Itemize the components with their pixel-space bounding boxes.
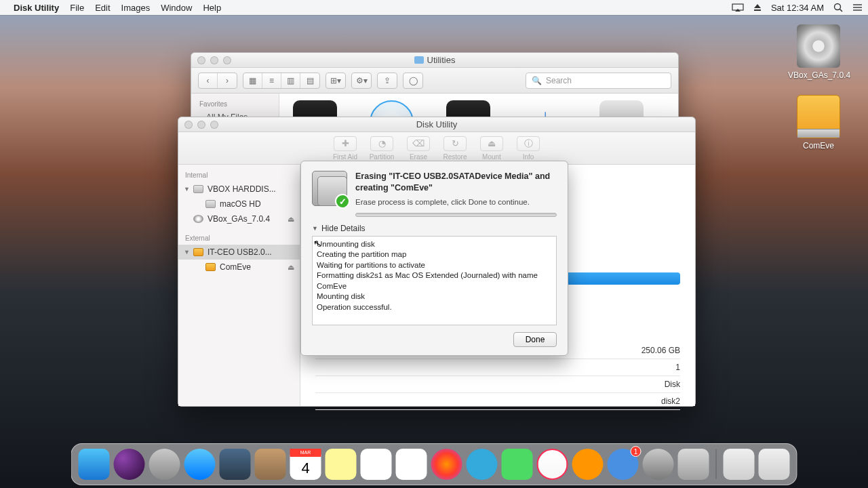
- sidebar-internal-header: Internal: [178, 169, 300, 182]
- sidebar-external-header: External: [178, 232, 300, 245]
- du-titlebar[interactable]: Disk Utility: [178, 117, 695, 132]
- disclosure-triangle[interactable]: ▼: [184, 186, 190, 192]
- desktop-drive[interactable]: ComEve: [788, 95, 849, 150]
- finder-toolbar: ‹› ▦≡▥▤ ⊞▾ ⚙▾ ⇪ ◯ 🔍Search: [191, 68, 678, 94]
- zoom-button[interactable]: [223, 56, 231, 64]
- close-button[interactable]: [197, 56, 205, 64]
- table-row: 1: [315, 359, 680, 376]
- minimize-button[interactable]: [210, 56, 218, 64]
- eject-icon[interactable]: ⏏: [288, 263, 294, 272]
- dock-disk-utility[interactable]: [678, 449, 709, 480]
- hdd-icon: [205, 200, 216, 208]
- toolbar-first-aid[interactable]: ✚First Aid: [328, 136, 362, 161]
- sidebar-itceo-usb[interactable]: ▼IT-CEO USB2.0...: [178, 245, 300, 260]
- sidebar-vbox-harddisk[interactable]: ▼VBOX HARDDIS...: [178, 182, 300, 197]
- dock-siri[interactable]: [114, 449, 145, 480]
- du-sidebar: Internal ▼VBOX HARDDIS... macOS HD VBox_…: [178, 165, 300, 406]
- log-line: Mounting disk: [317, 291, 552, 302]
- dock-safari[interactable]: [184, 449, 216, 480]
- arrange-button[interactable]: ⊞▾: [326, 73, 346, 89]
- hdd-icon: [193, 185, 203, 193]
- du-toolbar: ✚First Aid ◔Partition ⌫Erase ↻Restore ⏏M…: [178, 132, 695, 165]
- menu-file[interactable]: File: [70, 3, 84, 13]
- forward-button[interactable]: ›: [218, 73, 237, 88]
- dock-preferences[interactable]: [643, 449, 674, 480]
- toolbar-mount[interactable]: ⏏Mount: [475, 136, 509, 161]
- modal-title: Erasing "IT-CEO USB2.0SATADevice Media" …: [355, 171, 557, 194]
- back-button[interactable]: ‹: [199, 73, 218, 88]
- dock-finder[interactable]: [79, 449, 110, 480]
- dock-calendar[interactable]: MAR4: [290, 449, 321, 480]
- search-icon: 🔍: [532, 76, 542, 85]
- toolbar-info[interactable]: ⓘInfo: [511, 136, 545, 161]
- menubar-clock[interactable]: Sat 12:34 AM: [771, 3, 824, 13]
- coverflow-view[interactable]: ▤: [300, 73, 319, 88]
- view-buttons[interactable]: ▦≡▥▤: [243, 73, 320, 89]
- external-hdd-icon: [205, 263, 216, 271]
- app-menu[interactable]: Disk Utility: [14, 3, 59, 13]
- menu-images[interactable]: Images: [121, 3, 151, 13]
- done-button[interactable]: Done: [513, 332, 557, 347]
- sidebar-vbox-gas[interactable]: VBox_GAs_7.0.4⏏: [178, 211, 300, 226]
- sidebar-macos-hd[interactable]: macOS HD: [178, 197, 300, 211]
- checkmark-icon: ✓: [335, 194, 350, 209]
- menu-window[interactable]: Window: [161, 3, 192, 13]
- desktop-disc-label: VBox_GAs_7.0.4: [788, 70, 849, 80]
- dock-reminders[interactable]: [361, 449, 392, 480]
- nav-buttons[interactable]: ‹›: [198, 73, 237, 89]
- dock-facetime[interactable]: [502, 449, 533, 480]
- dock-ibooks[interactable]: [572, 449, 604, 480]
- desktop-disc[interactable]: VBox_GAs_7.0.4: [788, 24, 849, 80]
- eject-icon[interactable]: ⏏: [288, 215, 294, 224]
- close-button[interactable]: [184, 121, 193, 129]
- dock-appstore[interactable]: 1: [608, 449, 639, 480]
- svg-point-4: [835, 4, 841, 10]
- dock-messages[interactable]: [467, 449, 498, 480]
- dock-mail[interactable]: [220, 449, 251, 480]
- disk-success-icon: ✓: [312, 171, 347, 206]
- sidebar-comeve[interactable]: ComEve⏏: [178, 260, 300, 274]
- list-view[interactable]: ≡: [262, 73, 281, 88]
- column-view[interactable]: ▥: [281, 73, 300, 88]
- toolbar-restore[interactable]: ↻Restore: [438, 136, 472, 161]
- zoom-button[interactable]: [210, 121, 218, 129]
- toolbar-erase[interactable]: ⌫Erase: [401, 136, 435, 161]
- tags-button[interactable]: ◯: [403, 73, 423, 89]
- action-button[interactable]: ⚙▾: [351, 73, 372, 89]
- icon-view[interactable]: ▦: [243, 73, 262, 88]
- toolbar-partition[interactable]: ◔Partition: [365, 136, 399, 161]
- menubar: Disk Utility File Edit Images Window Hel…: [0, 0, 868, 15]
- dock-downloads[interactable]: [724, 449, 755, 480]
- dock-launchpad[interactable]: [149, 449, 180, 480]
- progress-bar: [355, 213, 557, 217]
- minimize-button[interactable]: [197, 121, 205, 129]
- dock-maps[interactable]: [396, 449, 427, 480]
- du-title: Disk Utility: [178, 119, 695, 129]
- drive-icon: [797, 95, 840, 138]
- log-line: Formatting disk2s1 as Mac OS Extended (J…: [317, 270, 552, 291]
- dock-trash[interactable]: [759, 449, 790, 480]
- svg-line-5: [840, 9, 843, 12]
- folder-icon: [414, 56, 424, 64]
- notification-center-icon[interactable]: [852, 3, 863, 12]
- menu-help[interactable]: Help: [203, 3, 221, 13]
- table-row: Disk: [315, 376, 680, 393]
- finder-search[interactable]: 🔍Search: [526, 73, 671, 89]
- airplay-icon[interactable]: [732, 3, 744, 12]
- share-button[interactable]: ⇪: [377, 73, 397, 89]
- svg-rect-3: [754, 9, 761, 11]
- dock-contacts[interactable]: [255, 449, 286, 480]
- erase-complete-sheet: ✓ Erasing "IT-CEO USB2.0SATADevice Media…: [300, 161, 568, 356]
- menu-edit[interactable]: Edit: [95, 3, 110, 13]
- dock-photos[interactable]: [431, 449, 462, 480]
- dvd-icon: [193, 215, 203, 223]
- stethoscope-icon: ✚: [334, 136, 357, 151]
- mount-icon: ⏏: [480, 136, 503, 151]
- disclosure-triangle[interactable]: ▼: [184, 249, 190, 256]
- eject-icon[interactable]: [753, 3, 762, 12]
- hide-details-toggle[interactable]: ▼Hide Details: [312, 224, 557, 233]
- dock-notes[interactable]: [326, 449, 357, 480]
- spotlight-icon[interactable]: [833, 3, 843, 12]
- dock-itunes[interactable]: [537, 449, 568, 480]
- finder-titlebar[interactable]: Utilities: [191, 53, 678, 68]
